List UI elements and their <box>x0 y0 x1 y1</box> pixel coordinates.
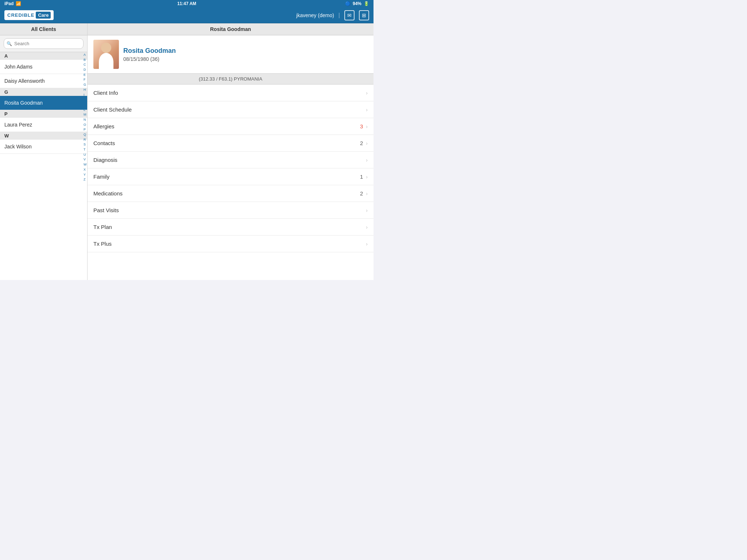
client-item-jack-wilson[interactable]: Jack Wilson <box>0 140 87 154</box>
client-detail-panel: Rosita Goodman Rosita Goodman 08/15/1980… <box>88 23 374 280</box>
menu-item-client-info[interactable]: Client Info › <box>88 85 374 101</box>
client-item-laura-perez[interactable]: Laura Perez <box>0 118 87 132</box>
menu-item-medications-label: Medications <box>93 190 360 197</box>
alpha-q[interactable]: Q <box>82 132 88 137</box>
contacts-badge: 2 <box>360 140 363 146</box>
family-badge: 1 <box>360 174 363 180</box>
menu-item-allergies-label: Allergies <box>93 123 360 129</box>
diagnosis-banner: (312.33 / F63.1) PYROMANIA <box>88 74 374 85</box>
alpha-n[interactable]: N <box>82 117 88 122</box>
alpha-k[interactable]: K <box>82 102 88 108</box>
client-list: A John Adams Daisy Allensworth G Rosita … <box>0 52 87 280</box>
bluetooth-icon: 🔵 <box>345 1 351 6</box>
menu-item-allergies[interactable]: Allergies 3 › <box>88 118 374 135</box>
client-item-rosita-goodman[interactable]: Rosita Goodman <box>0 96 87 110</box>
alpha-c[interactable]: C <box>82 62 88 67</box>
section-header-p: P <box>0 110 87 118</box>
alpha-l[interactable]: L <box>82 108 88 113</box>
chevron-right-icon: › <box>366 157 368 163</box>
sidebar-title: All Clients <box>0 23 87 35</box>
header-right-area: jkaveney (demo) | ✉ ⊞ <box>296 10 369 20</box>
chevron-right-icon: › <box>366 124 368 129</box>
alpha-v[interactable]: V <box>82 157 88 162</box>
battery-label: 94% <box>353 1 361 6</box>
alpha-x[interactable]: X <box>82 167 88 172</box>
client-avatar <box>93 40 119 69</box>
menu-item-tx-plan-label: Tx Plan <box>93 224 366 230</box>
alpha-s[interactable]: S <box>82 142 88 147</box>
chevron-right-icon: › <box>366 90 368 96</box>
chevron-right-icon: › <box>366 241 368 247</box>
wifi-icon: 📶 <box>16 1 21 6</box>
menu-item-tx-plus[interactable]: Tx Plus › <box>88 236 374 252</box>
status-left: iPad 📶 <box>4 1 21 6</box>
device-label: iPad <box>4 1 13 6</box>
chevron-right-icon: › <box>366 191 368 197</box>
chevron-right-icon: › <box>366 140 368 146</box>
client-detail-title: Rosita Goodman <box>88 23 374 35</box>
menu-item-past-visits[interactable]: Past Visits › <box>88 202 374 219</box>
menu-item-contacts[interactable]: Contacts 2 › <box>88 135 374 152</box>
client-full-name: Rosita Goodman <box>123 47 368 55</box>
client-dob: 08/15/1980 (36) <box>123 56 368 62</box>
chevron-right-icon: › <box>366 107 368 113</box>
alpha-d[interactable]: D <box>82 67 88 73</box>
menu-item-past-visits-label: Past Visits <box>93 207 366 213</box>
alpha-t[interactable]: T <box>82 147 88 152</box>
menu-item-diagnosis[interactable]: Diagnosis › <box>88 152 374 168</box>
alpha-y[interactable]: Y <box>82 172 88 178</box>
alpha-u[interactable]: U <box>82 152 88 158</box>
alpha-b[interactable]: B <box>82 58 88 63</box>
menu-item-family-label: Family <box>93 174 360 180</box>
alpha-p[interactable]: P <box>82 127 88 132</box>
message-icon: ✉ <box>347 12 352 18</box>
client-info-main: Rosita Goodman 08/15/1980 (36) <box>123 47 368 62</box>
app-header: CREDIBLE Care jkaveney (demo) | ✉ ⊞ <box>0 7 374 23</box>
alpha-z[interactable]: Z <box>82 177 88 182</box>
status-bar: iPad 📶 11:47 AM 🔵 94% 🔋 <box>0 0 374 7</box>
message-button[interactable]: ✉ <box>344 10 355 20</box>
search-icon: 🔍 <box>7 41 12 46</box>
client-list-sidebar: All Clients 🔍 A John Adams Daisy Allensw… <box>0 23 88 280</box>
chevron-right-icon: › <box>366 224 368 230</box>
client-item-john-adams[interactable]: John Adams <box>0 60 87 74</box>
client-item-daisy-allensworth[interactable]: Daisy Allensworth <box>0 74 87 88</box>
section-header-a: A <box>0 52 87 60</box>
search-input[interactable] <box>4 38 84 49</box>
logo-care-text: Care <box>36 12 51 19</box>
chevron-right-icon: › <box>366 174 368 180</box>
menu-item-contacts-label: Contacts <box>93 140 360 146</box>
layout-icon: ⊞ <box>362 12 366 18</box>
alpha-o[interactable]: O <box>82 122 88 128</box>
menu-item-client-schedule-label: Client Schedule <box>93 106 366 113</box>
alpha-a[interactable]: A <box>82 52 88 58</box>
alpha-w[interactable]: W <box>82 162 88 167</box>
menu-item-medications[interactable]: Medications 2 › <box>88 185 374 202</box>
alpha-h[interactable]: H <box>82 88 88 93</box>
battery-icon: 🔋 <box>364 1 369 6</box>
menu-item-tx-plan[interactable]: Tx Plan › <box>88 219 374 236</box>
alpha-m[interactable]: M <box>82 112 88 117</box>
medications-badge: 2 <box>360 190 363 197</box>
menu-item-client-schedule[interactable]: Client Schedule › <box>88 101 374 118</box>
main-layout: All Clients 🔍 A John Adams Daisy Allensw… <box>0 23 374 280</box>
search-container: 🔍 <box>0 35 87 52</box>
alpha-r[interactable]: R <box>82 137 88 143</box>
search-wrapper: 🔍 <box>4 38 84 49</box>
menu-item-diagnosis-label: Diagnosis <box>93 157 366 163</box>
alpha-j[interactable]: J <box>82 97 88 102</box>
header-separator: | <box>338 12 340 19</box>
menu-item-tx-plus-label: Tx Plus <box>93 241 366 247</box>
alpha-f[interactable]: F <box>82 77 88 82</box>
allergies-badge: 3 <box>360 123 363 129</box>
layout-button[interactable]: ⊞ <box>359 10 369 20</box>
alphabet-index: A B C D E F G H I J K L M N O P Q R S T … <box>82 52 88 182</box>
status-right: 🔵 94% 🔋 <box>345 1 369 6</box>
logo-credible-text: CREDIBLE <box>7 12 34 18</box>
alpha-g[interactable]: G <box>82 82 88 88</box>
section-header-g: G <box>0 88 87 96</box>
alpha-i[interactable]: I <box>82 93 88 98</box>
menu-item-family[interactable]: Family 1 › <box>88 168 374 185</box>
alpha-e[interactable]: E <box>82 73 88 78</box>
chevron-right-icon: › <box>366 207 368 213</box>
